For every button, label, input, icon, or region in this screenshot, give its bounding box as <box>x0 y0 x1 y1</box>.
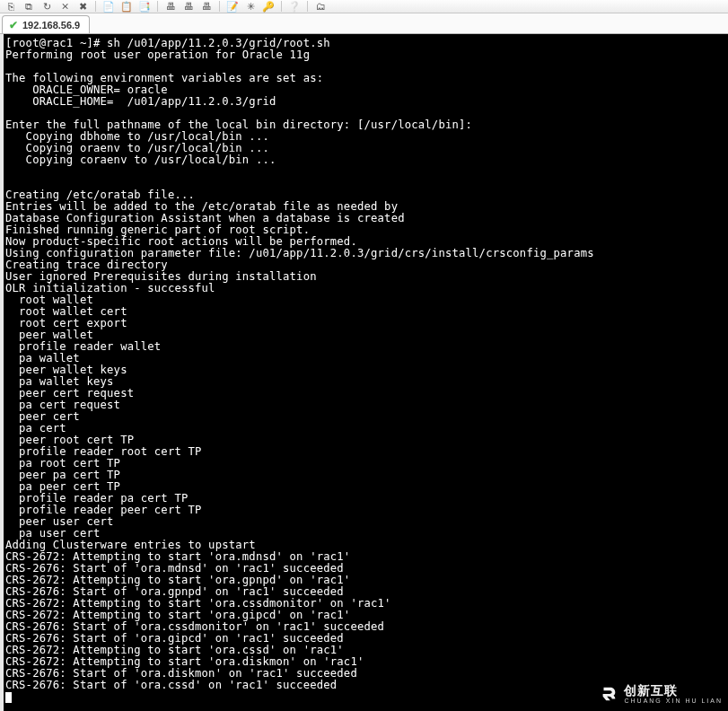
session-tab[interactable]: ✔ 192.168.56.9 <box>2 15 90 33</box>
session-close-icon[interactable]: ✖ <box>75 0 90 13</box>
watermark-logo-icon <box>599 684 618 704</box>
print-preview-icon[interactable]: 🖶 <box>199 0 214 13</box>
tab-bar: ✔ 192.168.56.9 <box>0 13 728 34</box>
paste-icon[interactable]: 📋 <box>119 0 134 13</box>
help-icon[interactable]: ❔ <box>287 0 302 13</box>
connected-check-icon: ✔ <box>8 20 19 31</box>
toolbar-separator <box>281 1 282 12</box>
key-icon[interactable]: 🔑 <box>261 0 276 13</box>
watermark-text: 创新互联 CHUANG XIN HU LIAN <box>624 683 723 704</box>
session-disconnect-icon[interactable]: ⨯ <box>57 0 72 13</box>
toolbar-separator <box>307 1 308 12</box>
print-setup-icon[interactable]: 🖶 <box>181 0 196 13</box>
session-duplicate-icon[interactable]: ⧉ <box>22 0 36 13</box>
toolbar: ⎘⧉↻⨯✖📄📋📑🖶🖶🖶📝✳🔑❔🗂 <box>0 0 728 13</box>
toolbar-separator <box>157 1 158 12</box>
toolbox-icon[interactable]: 🗂 <box>313 0 328 13</box>
terminal[interactable]: [root@rac1 ~]# sh /u01/app/11.2.0.3/grid… <box>4 34 728 711</box>
terminal-cursor <box>5 692 12 703</box>
toolbar-separator <box>95 1 96 12</box>
session-new-icon[interactable]: ⎘ <box>4 0 18 13</box>
watermark: 创新互联 CHUANG XIN HU LIAN <box>599 683 723 704</box>
tab-title: 192.168.56.9 <box>22 20 80 31</box>
print-icon[interactable]: 🖶 <box>163 0 178 13</box>
paste-selection-icon[interactable]: 📑 <box>137 0 152 13</box>
watermark-main: 创新互联 <box>624 683 678 698</box>
copy-icon[interactable]: 📄 <box>101 0 116 13</box>
session-reconnect-icon[interactable]: ↻ <box>39 0 54 13</box>
watermark-sub: CHUANG XIN HU LIAN <box>624 698 723 704</box>
toolbar-separator <box>219 1 220 12</box>
settings-icon[interactable]: ✳ <box>243 0 258 13</box>
properties-icon[interactable]: 📝 <box>225 0 240 13</box>
